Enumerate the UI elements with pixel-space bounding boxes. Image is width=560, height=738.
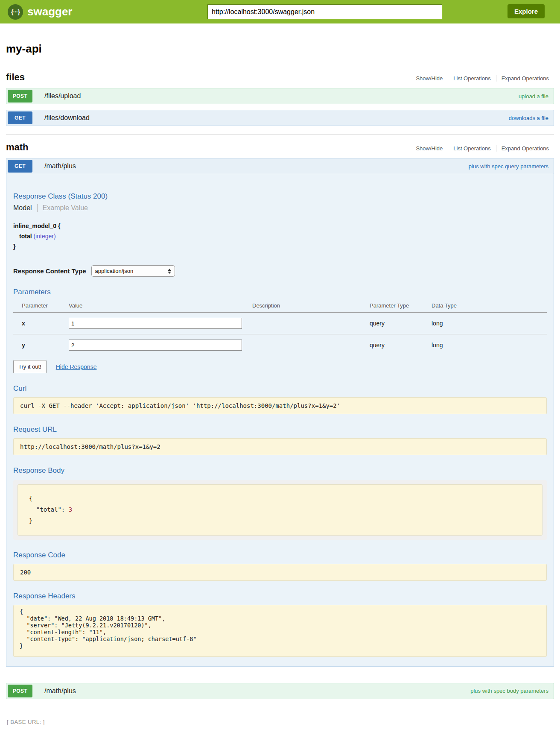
endpoint-row-get-files-download[interactable]: GET /files/download downloads a file xyxy=(6,110,554,126)
resource-title-math[interactable]: math xyxy=(6,142,29,153)
column-header-parameter: Parameter xyxy=(13,302,69,309)
column-header-description: Description xyxy=(252,302,370,309)
endpoint-row-get-math-plus[interactable]: GET /math/plus plus with spec query para… xyxy=(6,158,554,174)
property-name: total xyxy=(19,233,32,240)
page-title: my-api xyxy=(6,42,554,56)
response-content-type-label: Response Content Type xyxy=(13,267,86,275)
response-body-wrapper: { "total": 3 } xyxy=(13,480,547,540)
endpoint-summary[interactable]: plus with spec body parameters xyxy=(470,688,548,694)
model-signature: inline_model_0 { total (integer) } xyxy=(13,221,547,252)
parameters-table-header: Parameter Value Description Parameter Ty… xyxy=(13,300,547,313)
property-type: (integer) xyxy=(33,233,55,240)
endpoint-row-post-math-plus[interactable]: POST /math/plus plus with spec body para… xyxy=(6,683,554,699)
header-bar: {···} swagger Explore xyxy=(0,0,560,23)
math-resource-header: math Show/Hide List Operations Expand Op… xyxy=(6,142,554,153)
column-header-value: Value xyxy=(69,302,252,309)
parameter-type: query xyxy=(370,320,432,327)
parameter-row-y: y query long xyxy=(13,334,547,356)
parameter-y-input[interactable] xyxy=(69,340,242,351)
parameters-table: Parameter Value Description Parameter Ty… xyxy=(13,300,547,356)
response-headers-heading: Response Headers xyxy=(13,592,547,600)
files-expand-operations-link[interactable]: Expand Operations xyxy=(496,75,554,82)
tab-example-value[interactable]: Example Value xyxy=(38,204,88,212)
curl-command: curl -X GET --header 'Accept: applicatio… xyxy=(13,397,547,414)
base-url-label: [ BASE URL: ] xyxy=(7,719,554,725)
json-number-value: 3 xyxy=(69,506,72,513)
request-url-heading: Request URL xyxy=(13,425,547,434)
method-badge-post[interactable]: POST xyxy=(8,685,32,697)
response-headers-json: { "date": "Wed, 22 Aug 2018 18:49:13 GMT… xyxy=(13,605,547,657)
parameter-data-type: long xyxy=(432,342,547,348)
get-math-plus-expanded-content: Response Class (Status 200) Model Exampl… xyxy=(6,174,554,667)
select-arrows-icon xyxy=(168,269,171,274)
swagger-logo-icon: {···} xyxy=(8,4,23,20)
endpoint-summary[interactable]: plus with spec query parameters xyxy=(469,163,548,170)
response-class-heading: Response Class (Status 200) xyxy=(13,192,547,201)
endpoint-path[interactable]: /files/download xyxy=(44,114,90,122)
files-resource-header: files Show/Hide List Operations Expand O… xyxy=(6,72,554,83)
model-signature-open: inline_model_0 { xyxy=(13,221,547,231)
parameter-row-x: x query long xyxy=(13,313,547,334)
endpoint-path[interactable]: /math/plus xyxy=(44,687,76,695)
parameter-data-type: long xyxy=(432,320,547,327)
math-show-hide-link[interactable]: Show/Hide xyxy=(411,145,448,152)
json-colon: : xyxy=(61,506,69,513)
response-code-value: 200 xyxy=(13,564,547,581)
method-badge-get[interactable]: GET xyxy=(8,160,32,173)
files-show-hide-link[interactable]: Show/Hide xyxy=(411,75,448,82)
parameter-x-input[interactable] xyxy=(69,318,242,329)
explore-button[interactable]: Explore xyxy=(508,4,545,18)
column-header-data-type: Data Type xyxy=(432,302,547,309)
model-signature-close: } xyxy=(13,242,547,252)
tab-model[interactable]: Model xyxy=(13,204,38,212)
selected-content-type: application/json xyxy=(95,268,168,274)
try-it-out-button[interactable]: Try it out! xyxy=(13,360,47,373)
response-body-json: { "total": 3 } xyxy=(18,484,542,536)
json-key: "total" xyxy=(29,506,61,513)
response-body-heading: Response Body xyxy=(13,466,547,475)
endpoint-summary[interactable]: upload a file xyxy=(519,93,548,100)
endpoint-path[interactable]: /math/plus xyxy=(44,162,76,170)
math-expand-operations-link[interactable]: Expand Operations xyxy=(496,145,554,152)
parameter-name: x xyxy=(13,320,69,327)
resource-title-files[interactable]: files xyxy=(6,72,25,83)
files-list-operations-link[interactable]: List Operations xyxy=(448,75,496,82)
parameter-type: query xyxy=(370,342,432,348)
spec-url-input[interactable] xyxy=(208,5,442,19)
response-code-heading: Response Code xyxy=(13,551,547,559)
method-badge-get[interactable]: GET xyxy=(8,111,32,124)
hide-response-link[interactable]: Hide Response xyxy=(56,363,97,370)
curl-heading: Curl xyxy=(13,384,547,393)
swagger-brand[interactable]: {···} swagger xyxy=(8,4,73,20)
parameters-heading: Parameters xyxy=(13,288,547,296)
endpoint-path[interactable]: /files/upload xyxy=(44,92,81,100)
response-content-type-select[interactable]: application/json xyxy=(91,265,175,277)
column-header-parameter-type: Parameter Type xyxy=(370,302,432,309)
method-badge-post[interactable]: POST xyxy=(8,90,32,102)
endpoint-summary[interactable]: downloads a file xyxy=(509,115,548,121)
request-url-value: http://localhost:3000/math/plus?x=1&y=2 xyxy=(13,438,547,455)
brand-name: swagger xyxy=(27,5,73,18)
model-tabs: Model Example Value xyxy=(13,204,547,212)
resource-divider xyxy=(6,135,554,135)
endpoint-row-post-files-upload[interactable]: POST /files/upload upload a file xyxy=(6,88,554,104)
model-signature-property: total (integer) xyxy=(13,231,547,242)
math-list-operations-link[interactable]: List Operations xyxy=(448,145,496,152)
json-open-brace: { xyxy=(29,495,32,502)
json-close-brace: } xyxy=(29,517,32,524)
parameter-name: y xyxy=(13,342,69,348)
